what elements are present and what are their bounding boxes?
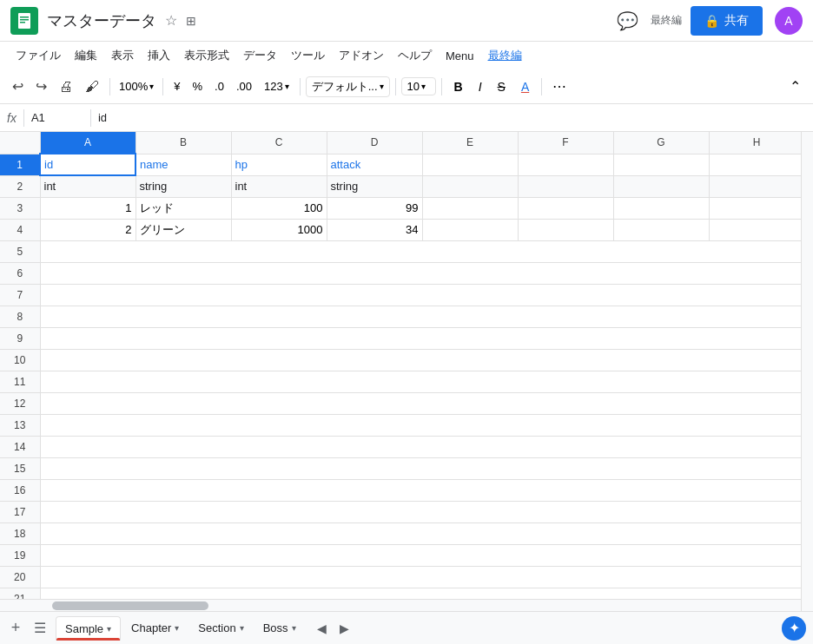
cell-b4[interactable]: グリーン xyxy=(136,219,231,240)
menu-view[interactable]: 表示 xyxy=(104,44,141,67)
cell-ref-input[interactable] xyxy=(31,111,83,124)
col-header-f[interactable]: F xyxy=(518,132,613,154)
strikethrough-button[interactable]: S xyxy=(491,76,512,97)
menu-tools[interactable]: ツール xyxy=(284,44,332,67)
tab-prev-button[interactable]: ◀ xyxy=(312,618,333,639)
table-row: 1 id name hp attack xyxy=(0,154,804,175)
more-formats-button[interactable]: ⋯ xyxy=(547,75,572,98)
tab-boss[interactable]: Boss ▾ xyxy=(254,616,305,640)
cell-e4[interactable] xyxy=(422,219,518,240)
toolbar-separator-3 xyxy=(300,78,301,95)
percent-button[interactable]: % xyxy=(187,76,208,96)
col-header-c[interactable]: C xyxy=(231,132,327,154)
tab-next-button[interactable]: ▶ xyxy=(334,618,355,639)
formula-input[interactable] xyxy=(98,111,806,124)
horizontal-scrollbar[interactable] xyxy=(0,599,801,611)
decimal2-button[interactable]: .00 xyxy=(231,76,257,96)
paint-format-button[interactable]: 🖌 xyxy=(80,76,104,98)
col-header-g[interactable]: G xyxy=(613,132,709,154)
redo-button[interactable]: ↪ xyxy=(30,75,52,98)
cell-g4[interactable] xyxy=(613,219,709,240)
format-dropdown-icon: ▾ xyxy=(285,82,289,91)
cell-a3[interactable]: 1 xyxy=(40,197,136,219)
font-size-dropdown[interactable]: 10 ▾ xyxy=(401,77,436,95)
print-button[interactable]: 🖨 xyxy=(54,76,78,98)
col-header-e[interactable]: E xyxy=(422,132,518,154)
cell-f1[interactable] xyxy=(518,154,613,175)
cell-b1[interactable]: name xyxy=(136,154,231,175)
formula-bar: fx xyxy=(0,104,813,132)
tab-section-label: Section xyxy=(198,621,235,634)
cell-c4[interactable]: 1000 xyxy=(231,219,327,240)
col-header-h[interactable]: H xyxy=(709,132,804,154)
cell-f2[interactable] xyxy=(518,175,613,197)
menu-file[interactable]: ファイル xyxy=(9,44,68,67)
italic-button[interactable]: I xyxy=(472,76,489,97)
share-button[interactable]: 🔒 共有 xyxy=(691,6,763,36)
cell-a2[interactable]: int xyxy=(40,175,136,197)
decimal1-button[interactable]: .0 xyxy=(209,76,229,96)
cell-e3[interactable] xyxy=(422,197,518,219)
menu-data[interactable]: データ xyxy=(236,44,284,67)
undo-button[interactable]: ↩ xyxy=(7,75,29,98)
doc-title[interactable]: マスターデータ xyxy=(47,10,156,31)
toolbar-separator-2 xyxy=(162,78,163,95)
cell-h2[interactable] xyxy=(709,175,804,197)
cell-d1[interactable]: attack xyxy=(327,154,422,175)
tab-section[interactable]: Section ▾ xyxy=(189,616,252,640)
menu-format[interactable]: 表示形式 xyxy=(177,44,236,67)
cell-g2[interactable] xyxy=(613,175,709,197)
horizontal-scroll-thumb[interactable] xyxy=(52,601,208,610)
cell-f4[interactable] xyxy=(518,219,613,240)
menu-insert[interactable]: 挿入 xyxy=(141,44,177,67)
add-sheet-button[interactable]: + xyxy=(3,616,28,641)
tab-chapter[interactable]: Chapter ▾ xyxy=(122,616,188,640)
explore-button[interactable]: ✦ xyxy=(782,616,806,641)
col-header-a[interactable]: A xyxy=(40,132,136,154)
grid-wrapper[interactable]: A B C D E F G H 1 id name hp attack xyxy=(0,132,813,599)
expand-toolbar-button[interactable]: ⌃ xyxy=(784,75,806,98)
cell-b2[interactable]: string xyxy=(136,175,231,197)
cell-d3[interactable]: 99 xyxy=(327,197,422,219)
cell-b3[interactable]: レッド xyxy=(136,197,231,219)
cell-h1[interactable] xyxy=(709,154,804,175)
move-icon[interactable]: ⊞ xyxy=(186,14,196,28)
sheet-list-button[interactable]: ☰ xyxy=(28,616,52,641)
font-color-button[interactable]: A xyxy=(514,76,536,97)
menu-addons[interactable]: アドオン xyxy=(332,44,391,67)
cell-c3[interactable]: 100 xyxy=(231,197,327,219)
cell-h4[interactable] xyxy=(709,219,804,240)
cell-f3[interactable] xyxy=(518,197,613,219)
font-name-dropdown[interactable]: デフォルト... ▾ xyxy=(306,76,390,97)
currency-button[interactable]: ¥ xyxy=(169,76,185,96)
cell-a1[interactable]: id xyxy=(40,154,136,175)
cell-c1[interactable]: hp xyxy=(231,154,327,175)
tab-boss-dropdown-icon: ▾ xyxy=(292,623,296,633)
menu-custom[interactable]: Menu xyxy=(439,46,481,66)
chat-icon[interactable]: 💬 xyxy=(617,10,638,31)
cell-h3[interactable] xyxy=(709,197,804,219)
bold-button[interactable]: B xyxy=(447,76,470,97)
cell-d4[interactable]: 34 xyxy=(327,219,422,240)
menu-help[interactable]: ヘルプ xyxy=(391,44,439,67)
col-header-d[interactable]: D xyxy=(327,132,422,154)
scroll-track[interactable] xyxy=(802,149,813,594)
cell-e2[interactable] xyxy=(422,175,518,197)
cell-a4[interactable]: 2 xyxy=(40,219,136,240)
format-dropdown[interactable]: 123 ▾ xyxy=(259,78,294,95)
row-num-3: 3 xyxy=(0,197,40,219)
cell-e1[interactable] xyxy=(422,154,518,175)
menu-edit[interactable]: 編集 xyxy=(68,44,104,67)
cell-g1[interactable] xyxy=(613,154,709,175)
cell-g3[interactable] xyxy=(613,197,709,219)
table-row: 13 xyxy=(0,414,804,436)
zoom-control[interactable]: 100% ▾ xyxy=(116,78,157,95)
menu-last-edit[interactable]: 最終編 xyxy=(481,44,529,67)
cell-d2[interactable]: string xyxy=(327,175,422,197)
menu-bar: ファイル 編集 表示 挿入 表示形式 データ ツール アドオン ヘルプ Menu… xyxy=(0,42,813,69)
tab-sample[interactable]: Sample ▾ xyxy=(56,616,121,641)
col-header-b[interactable]: B xyxy=(136,132,231,154)
fontsize-dropdown-icon: ▾ xyxy=(421,82,426,91)
cell-c2[interactable]: int xyxy=(231,175,327,197)
star-icon[interactable]: ☆ xyxy=(165,12,177,29)
